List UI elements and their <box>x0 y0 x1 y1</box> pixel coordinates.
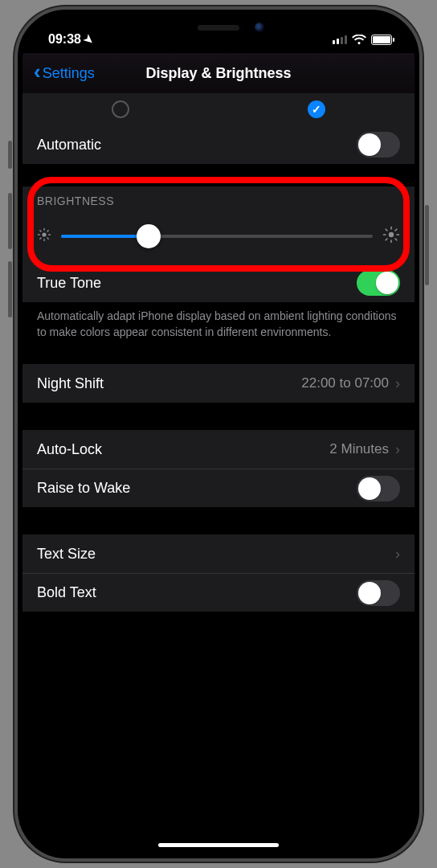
raise-to-wake-row[interactable]: Raise to Wake <box>22 469 415 507</box>
brightness-slider-row <box>22 214 415 264</box>
svg-line-14 <box>386 229 387 231</box>
true-tone-label: True Tone <box>37 275 101 292</box>
auto-lock-label: Auto-Lock <box>37 441 102 458</box>
brightness-slider[interactable] <box>61 225 373 248</box>
phone-volume-up <box>8 193 12 249</box>
cellular-signal-icon <box>333 35 347 44</box>
svg-point-0 <box>42 232 46 236</box>
phone-mute-switch <box>8 141 12 169</box>
auto-lock-row[interactable]: Auto-Lock 2 Minutes › <box>22 430 415 469</box>
nav-back-label: Settings <box>43 65 95 82</box>
svg-line-16 <box>386 239 387 240</box>
nav-bar: ‹ Settings Display & Brightness <box>22 53 415 93</box>
appearance-dark-radio[interactable] <box>308 100 325 118</box>
front-camera <box>255 23 264 32</box>
true-tone-row[interactable]: True Tone <box>22 264 415 302</box>
appearance-selection-row <box>22 93 415 125</box>
raise-to-wake-label: Raise to Wake <box>37 480 130 497</box>
raise-to-wake-toggle[interactable] <box>357 476 400 502</box>
automatic-label: Automatic <box>37 137 101 154</box>
phone-volume-down <box>8 261 12 317</box>
text-size-label: Text Size <box>37 546 96 563</box>
svg-line-5 <box>40 231 41 231</box>
chevron-left-icon: ‹ <box>34 61 41 82</box>
svg-line-8 <box>47 231 48 231</box>
night-shift-row[interactable]: Night Shift 22:00 to 07:00 › <box>22 364 415 403</box>
nav-back-button[interactable]: ‹ Settings <box>34 63 95 84</box>
auto-lock-value: 2 Minutes <box>329 441 389 457</box>
svg-point-9 <box>389 232 394 237</box>
sun-min-icon <box>37 227 51 245</box>
phone-side-button <box>425 205 429 285</box>
battery-icon <box>371 35 392 45</box>
page-title: Display & Brightness <box>145 65 291 82</box>
svg-line-17 <box>395 229 397 231</box>
speaker-grille <box>198 25 239 31</box>
notch <box>126 14 311 42</box>
svg-line-6 <box>47 238 48 239</box>
wifi-icon <box>352 35 366 45</box>
chevron-right-icon: › <box>395 441 400 458</box>
brightness-section-header: BRIGHTNESS <box>22 194 415 214</box>
svg-line-15 <box>395 239 397 240</box>
svg-line-7 <box>40 238 41 239</box>
home-indicator[interactable] <box>158 843 279 847</box>
night-shift-label: Night Shift <box>37 375 104 392</box>
bold-text-toggle[interactable] <box>357 580 400 606</box>
bold-text-row[interactable]: Bold Text <box>22 573 415 612</box>
automatic-row[interactable]: Automatic <box>22 125 415 164</box>
appearance-light-radio[interactable] <box>112 100 129 118</box>
status-time: 09:38 <box>48 32 81 47</box>
chevron-right-icon: › <box>395 546 400 563</box>
true-tone-footnote: Automatically adapt iPhone display based… <box>22 302 415 340</box>
automatic-toggle[interactable] <box>357 132 400 158</box>
location-icon: ➤ <box>81 31 96 47</box>
true-tone-toggle[interactable] <box>357 270 400 296</box>
screen: 09:38 ➤ ‹ Settings Display & Brightness <box>22 14 415 854</box>
sun-max-icon <box>382 226 400 247</box>
phone-frame: 09:38 ➤ ‹ Settings Display & Brightness <box>14 6 423 862</box>
night-shift-value: 22:00 to 07:00 <box>301 375 389 391</box>
bold-text-label: Bold Text <box>37 584 96 601</box>
chevron-right-icon: › <box>395 375 400 392</box>
text-size-row[interactable]: Text Size › <box>22 534 415 573</box>
